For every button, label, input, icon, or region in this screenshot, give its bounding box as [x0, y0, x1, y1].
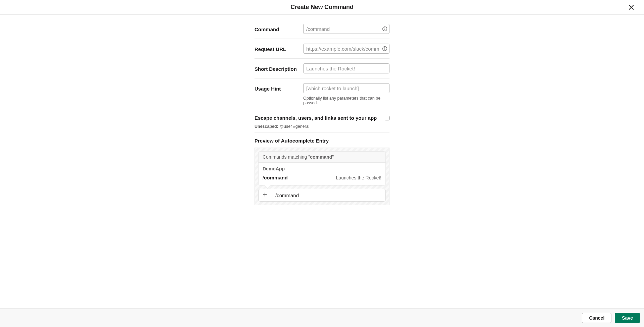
composer-preview: /command: [258, 189, 386, 202]
preview-title: Preview of Autocomplete Entry: [255, 132, 389, 148]
escape-label: Escape channels, users, and links sent t…: [255, 115, 377, 121]
request-url-input[interactable]: [303, 44, 389, 54]
row-short-description: Short Description: [255, 58, 389, 78]
usage-hint-label: Usage Hint: [255, 83, 303, 92]
row-escape: Escape channels, users, and links sent t…: [255, 110, 389, 132]
escape-subtext: Unescaped: @user #general: [255, 124, 389, 129]
modal-title: Create New Command: [290, 4, 353, 11]
info-icon[interactable]: [382, 26, 387, 32]
row-request-url: Request URL: [255, 39, 389, 58]
plus-icon: [262, 192, 268, 199]
row-usage-hint: Usage Hint Optionally list any parameter…: [255, 78, 389, 110]
request-url-label: Request URL: [255, 44, 303, 52]
short-description-input[interactable]: [303, 63, 389, 73]
save-button[interactable]: Save: [615, 313, 640, 323]
row-command: Command: [255, 19, 389, 39]
preview-panel: Commands matching "command" DemoApp /com…: [255, 148, 389, 205]
autocomplete-entry: /command Launches the Rocket!: [263, 175, 381, 180]
autocomplete-app-name: DemoApp: [263, 166, 381, 171]
short-description-label: Short Description: [255, 63, 303, 72]
svg-point-4: [384, 47, 385, 48]
svg-point-1: [384, 28, 385, 28]
modal-header: Create New Command: [0, 0, 644, 15]
svg-rect-2: [384, 29, 385, 30]
autocomplete-box: Commands matching "command" DemoApp /com…: [258, 151, 386, 185]
cancel-button[interactable]: Cancel: [582, 313, 611, 323]
svg-rect-5: [384, 48, 385, 50]
autocomplete-header: Commands matching "command": [259, 152, 385, 163]
close-icon: [628, 7, 635, 12]
command-input[interactable]: [303, 24, 389, 34]
usage-hint-input[interactable]: [303, 83, 389, 93]
escape-checkbox[interactable]: [385, 116, 389, 120]
composer-text: /command: [271, 189, 299, 201]
usage-hint-helper: Optionally list any parameters that can …: [303, 93, 389, 105]
command-label: Command: [255, 24, 303, 32]
close-button[interactable]: [627, 3, 636, 12]
info-icon[interactable]: [382, 46, 387, 51]
composer-plus: [259, 189, 271, 201]
modal-footer: Cancel Save: [0, 308, 644, 327]
